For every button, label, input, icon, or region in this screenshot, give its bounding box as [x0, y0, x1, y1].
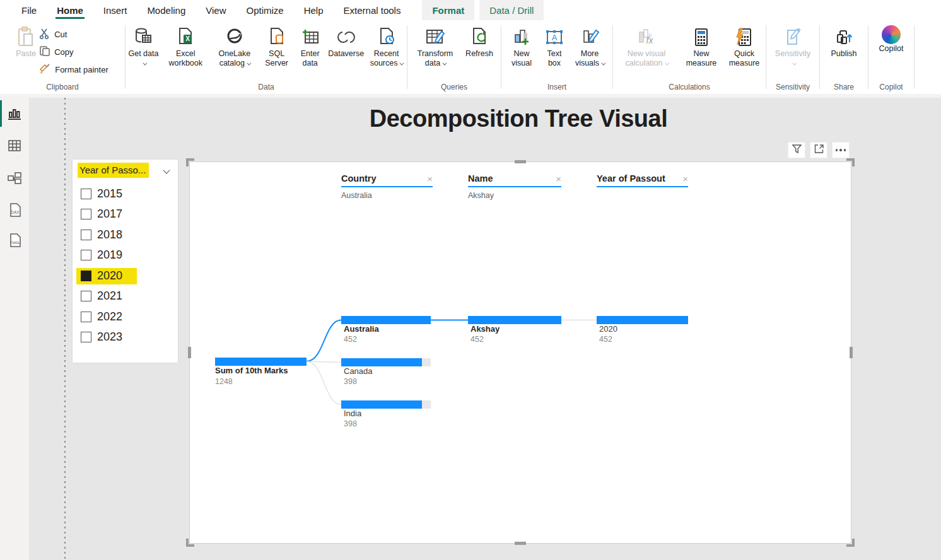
checkbox[interactable] [81, 312, 91, 322]
tree-node-2020-value: 452 [599, 335, 612, 344]
format-painter-button[interactable]: Format painter [39, 63, 108, 76]
menu-tab-external-tools[interactable]: External tools [334, 0, 411, 20]
sql-server-button[interactable]: SQL Server [259, 24, 294, 69]
year-slicer-visual[interactable]: Year of Passo... 2015 2017 2018 [73, 160, 178, 363]
sidebar-item-table-view[interactable] [7, 138, 22, 153]
tree-node-india-value: 398 [344, 419, 357, 428]
menu-tab-home[interactable]: Home [47, 0, 93, 20]
checkbox[interactable] [81, 250, 91, 260]
slicer-item-2023[interactable]: 2023 [78, 327, 173, 348]
copilot-icon [882, 25, 901, 44]
menu-tab-format[interactable]: Format [422, 0, 474, 20]
recent-sources-button[interactable]: Recent sources [366, 24, 407, 69]
dax-query-view-icon: DAX [7, 210, 23, 221]
more-visuals-button[interactable]: More visuals [570, 24, 609, 69]
publish-button[interactable]: Publish [824, 24, 864, 60]
slicer-item-2018[interactable]: 2018 [78, 225, 173, 245]
view-rail: DAX TMDL [0, 98, 29, 560]
table-pencil-icon [424, 25, 446, 49]
checkbox[interactable] [81, 189, 91, 199]
paste-button[interactable]: Paste [14, 24, 38, 60]
sensitivity-button[interactable]: Sensitivity [768, 24, 818, 69]
tree-node-canada-label[interactable]: Canada [344, 366, 373, 376]
slicer-item-2020[interactable]: 2020 [78, 265, 173, 286]
sidebar-item-dax-query-view[interactable]: DAX [7, 202, 22, 218]
svg-text:fx: fx [646, 35, 654, 45]
cut-icon [39, 28, 50, 41]
slicer-item-2015[interactable]: 2015 [78, 184, 173, 204]
paste-icon [16, 25, 35, 49]
slicer-item-2022[interactable]: 2022 [78, 306, 173, 327]
chevron-down-icon[interactable] [163, 166, 170, 173]
ellipsis-icon [836, 149, 846, 151]
menu-tab-optimize[interactable]: Optimize [237, 0, 294, 20]
enter-data-button[interactable]: Enter data [294, 24, 326, 69]
decomposition-tree-visual[interactable]: Country × Australia Name × Akshay Year o… [189, 161, 851, 544]
text-box-icon: A [544, 25, 564, 49]
dataverse-button[interactable]: Dataverse [326, 24, 366, 60]
copy-button[interactable]: Copy [39, 45, 108, 59]
text-box-button[interactable]: A Text box [539, 24, 570, 69]
onelake-catalog-button[interactable]: OneLake catalog [210, 24, 260, 69]
checkbox[interactable] [81, 332, 91, 342]
menu-tab-view[interactable]: View [196, 0, 236, 20]
menu-tab-insert[interactable]: Insert [93, 0, 137, 20]
transform-data-button[interactable]: Transform data [410, 24, 460, 69]
more-options-button[interactable] [832, 142, 850, 158]
group-label-insert: Insert [501, 81, 612, 94]
tree-node-australia-label[interactable]: Australia [344, 324, 379, 334]
calculator-lightning-icon [735, 25, 754, 49]
copilot-button[interactable]: Copilot [871, 24, 911, 55]
slicer-item-2021[interactable]: 2021 [78, 286, 173, 307]
tree-node-root-label[interactable]: Sum of 10th Marks [215, 366, 288, 375]
new-measure-button[interactable]: New measure [679, 24, 723, 69]
tree-node-root-bar[interactable] [215, 358, 307, 366]
chevron-down-icon [443, 61, 447, 66]
tree-node-2020-label[interactable]: 2020 [599, 324, 617, 334]
onelake-swirl-icon [225, 25, 245, 49]
tree-node-akshay-label[interactable]: Akshay [470, 324, 500, 334]
slicer-item-2017[interactable]: 2017 [78, 204, 173, 225]
format-painter-icon [39, 63, 51, 76]
tree-node-india-label[interactable]: India [344, 409, 361, 418]
sidebar-item-model-view[interactable] [7, 171, 22, 186]
chevron-down-icon [247, 61, 251, 66]
sql-file-icon [267, 25, 286, 49]
sidebar-item-report-view[interactable] [7, 107, 22, 122]
filter-button[interactable] [788, 142, 805, 158]
menu-tab-help[interactable]: Help [294, 0, 334, 20]
checkbox[interactable] [81, 230, 91, 240]
publish-icon [834, 25, 854, 49]
tree-node-india-bar[interactable] [341, 400, 431, 409]
slicer-items: 2015 2017 2018 2019 [78, 184, 173, 347]
cut-button[interactable]: Cut [39, 28, 108, 41]
table-view-icon [7, 144, 22, 155]
checkbox[interactable] [81, 209, 91, 219]
svg-text:TMDL: TMDL [10, 241, 21, 245]
quick-measure-button[interactable]: Quick measure [723, 24, 765, 69]
checkbox[interactable] [81, 271, 91, 281]
dataverse-swirl-icon [336, 25, 356, 49]
ribbon-group-calculations: fx New visual calculation New measure Qu… [613, 20, 766, 94]
menu-tab-data-drill[interactable]: Data / Drill [479, 0, 544, 20]
slicer-item-2019[interactable]: 2019 [78, 245, 173, 266]
menu-tab-file[interactable]: File [11, 0, 47, 20]
funnel-icon [792, 144, 802, 156]
focus-mode-button[interactable] [810, 142, 827, 158]
tree-node-canada-bar[interactable] [341, 358, 431, 366]
tree-node-australia-bar[interactable] [341, 316, 431, 324]
checkbox[interactable] [81, 291, 91, 301]
new-visual-calculation-button[interactable]: fx New visual calculation [614, 24, 679, 69]
tree-node-akshay-bar[interactable] [468, 316, 561, 324]
report-canvas[interactable]: Decomposition Tree Visual Year of Passo.… [29, 98, 941, 560]
new-visual-button[interactable]: New visual [505, 24, 539, 69]
chart-plus-icon [511, 25, 532, 49]
ribbon-group-data: Get data X Excel workbook OneLake catalo… [126, 20, 407, 94]
tree-node-2020-bar[interactable] [597, 316, 688, 324]
excel-workbook-button[interactable]: X Excel workbook [161, 24, 210, 69]
sidebar-item-tmdl-view[interactable]: TMDL [7, 233, 22, 248]
refresh-button[interactable]: Refresh [460, 24, 498, 60]
menu-tab-modeling[interactable]: Modeling [137, 0, 196, 20]
get-data-button[interactable]: Get data [126, 24, 161, 69]
active-view-indicator [0, 100, 2, 127]
